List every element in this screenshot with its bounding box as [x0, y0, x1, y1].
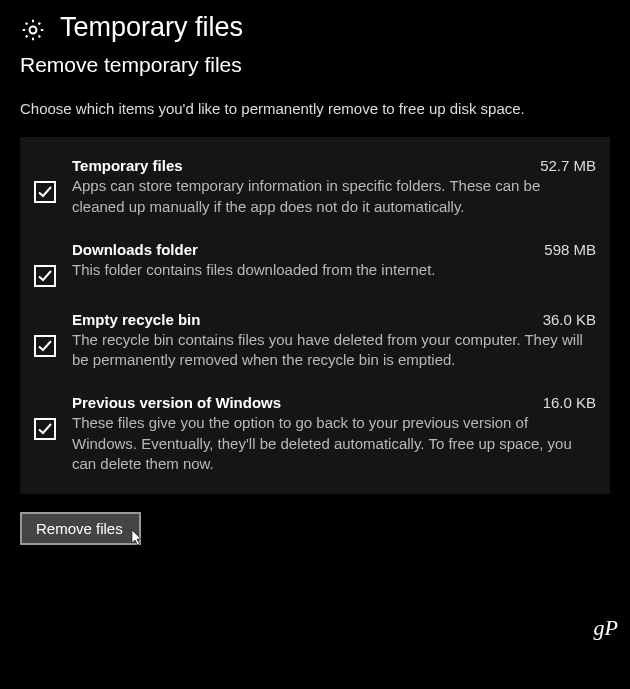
- cursor-icon: [131, 529, 143, 547]
- watermark: gP: [594, 615, 618, 641]
- item-description: Apps can store temporary information in …: [72, 176, 596, 217]
- item-head: Temporary files 52.7 MB: [72, 157, 596, 174]
- item-head: Previous version of Windows 16.0 KB: [72, 394, 596, 411]
- gear-icon: [20, 17, 46, 43]
- remove-files-label: Remove files: [36, 520, 123, 537]
- item-size: 598 MB: [544, 241, 596, 258]
- item-body: Empty recycle bin 36.0 KB The recycle bi…: [72, 311, 596, 371]
- list-item: Previous version of Windows 16.0 KB Thes…: [34, 388, 596, 480]
- list-item: Temporary files 52.7 MB Apps can store t…: [34, 151, 596, 235]
- item-size: 16.0 KB: [543, 394, 596, 411]
- item-body: Temporary files 52.7 MB Apps can store t…: [72, 157, 596, 217]
- page-header: Temporary files: [20, 12, 610, 43]
- item-description: This folder contains files downloaded fr…: [72, 260, 596, 280]
- item-head: Empty recycle bin 36.0 KB: [72, 311, 596, 328]
- page-title: Temporary files: [60, 12, 243, 43]
- item-description: The recycle bin contains files you have …: [72, 330, 596, 371]
- item-size: 36.0 KB: [543, 311, 596, 328]
- items-panel: Temporary files 52.7 MB Apps can store t…: [20, 137, 610, 494]
- item-title: Temporary files: [72, 157, 183, 174]
- svg-point-0: [30, 26, 37, 33]
- list-item: Empty recycle bin 36.0 KB The recycle bi…: [34, 305, 596, 389]
- remove-files-button[interactable]: Remove files: [20, 512, 141, 545]
- item-size: 52.7 MB: [540, 157, 596, 174]
- item-title: Previous version of Windows: [72, 394, 281, 411]
- checkbox-empty-recycle-bin[interactable]: [34, 335, 56, 357]
- item-description: These files give you the option to go ba…: [72, 413, 596, 474]
- item-body: Downloads folder 598 MB This folder cont…: [72, 241, 596, 280]
- item-title: Empty recycle bin: [72, 311, 200, 328]
- item-body: Previous version of Windows 16.0 KB Thes…: [72, 394, 596, 474]
- checkbox-downloads-folder[interactable]: [34, 265, 56, 287]
- checkbox-temporary-files[interactable]: [34, 181, 56, 203]
- page-description: Choose which items you'd like to permane…: [20, 99, 610, 119]
- item-head: Downloads folder 598 MB: [72, 241, 596, 258]
- list-item: Downloads folder 598 MB This folder cont…: [34, 235, 596, 305]
- bottom-bar: Remove files: [20, 512, 610, 545]
- page-subtitle: Remove temporary files: [20, 53, 610, 77]
- checkbox-previous-windows[interactable]: [34, 418, 56, 440]
- item-title: Downloads folder: [72, 241, 198, 258]
